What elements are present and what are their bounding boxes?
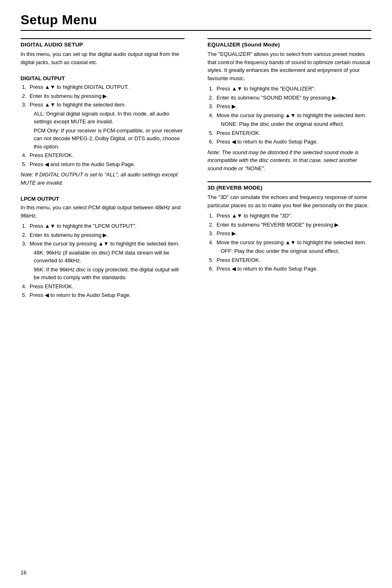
- list-item: Press ENTER/OK.: [215, 256, 371, 264]
- list-item: Press ▲▼ to highlight DIGITAL OUTPUT.: [28, 83, 184, 91]
- 3d-reverb-steps: Press ▲▼ to highlight the "3D". Enter it…: [208, 212, 371, 273]
- list-item: Press ▲▼ to highlight the "LPCM OUTPUT".: [28, 222, 184, 230]
- list-item: Move the cursor by pressing ▲▼ to highli…: [215, 111, 371, 128]
- list-item: Move the cursor by pressing ▲▼ to highli…: [28, 240, 184, 282]
- list-item: Enter its submenu by pressing ▶.: [28, 92, 184, 100]
- list-item: Press ▲▼ to highlight the "3D".: [215, 212, 371, 220]
- list-item: Press ▶.: [215, 229, 371, 238]
- 3d-reverb-indent1: OFF: Play the disc under the original so…: [217, 247, 371, 255]
- main-content: DIGITAL AUDIO SETUP In this menu, you ca…: [21, 38, 371, 308]
- right-column: EQUALIZER (Sound Mode) The "EQUALIZER" a…: [203, 38, 371, 308]
- digital-audio-setup-intro: In this menu, you can set up the digital…: [21, 50, 184, 66]
- equalizer-note: Note: The sound may be distorted if the …: [208, 148, 371, 173]
- 3d-reverb-section: 3D (REVERB MODE) The "3D" can simulate t…: [208, 181, 371, 273]
- 3d-reverb-title: 3D (REVERB MODE): [208, 185, 371, 191]
- equalizer-header: EQUALIZER (Sound Mode): [208, 38, 371, 48]
- list-item: Enter its submenu by pressing ▶.: [28, 231, 184, 239]
- page-number: 16: [21, 569, 26, 576]
- digital-output-indent2: PCM Only: If your receiver is PCM-compat…: [30, 127, 184, 151]
- lpcm-indent1: 48K: 96kHz (if available on disc) PCM da…: [30, 249, 184, 265]
- list-item: Move the cursor by pressing ▲▼ to highli…: [215, 238, 371, 255]
- digital-audio-setup-section: DIGITAL AUDIO SETUP In this menu, you ca…: [21, 38, 184, 66]
- list-item: Enter its submenu "REVERB MODE" by press…: [215, 221, 371, 229]
- page-title: Setup Menu: [21, 12, 371, 28]
- list-item: Press ENTER/OK.: [28, 282, 184, 291]
- 3d-reverb-intro: The "3D" can simulate the echoes and fre…: [208, 193, 371, 209]
- lpcm-output-intro: In this menu, you can select PCM digital…: [21, 204, 184, 220]
- list-item: Press ◀ to return to the Audio Setup Pag…: [215, 138, 371, 146]
- list-item: Press ▲▼ to highlight the selected item.…: [28, 101, 184, 150]
- equalizer-indent1: NONE: Play the disc under the original s…: [217, 120, 371, 128]
- 3d-reverb-header: 3D (REVERB MODE): [208, 181, 371, 191]
- list-item: Press ◀ to return to the Audio Setup Pag…: [215, 265, 371, 273]
- lpcm-output-section: LPCM OUTPUT In this menu, you can select…: [21, 196, 184, 299]
- equalizer-title: EQUALIZER (Sound Mode): [208, 42, 371, 48]
- digital-audio-setup-title: DIGITAL AUDIO SETUP: [21, 42, 184, 48]
- list-item: Press ▲▼ to highlight the "EQUALIZER".: [215, 85, 371, 93]
- equalizer-intro: The "EQUALIZER" allows you to select fro…: [208, 50, 371, 82]
- list-item: Press ◀ to return to the Audio Setup Pag…: [28, 291, 184, 299]
- digital-output-section: DIGITAL OUTPUT Press ▲▼ to highlight DIG…: [21, 75, 184, 187]
- left-column: DIGITAL AUDIO SETUP In this menu, you ca…: [21, 38, 189, 308]
- list-item: Enter its submenu "SOUND MODE" by pressi…: [215, 94, 371, 102]
- lpcm-output-steps: Press ▲▼ to highlight the "LPCM OUTPUT".…: [21, 222, 184, 299]
- lpcm-output-title: LPCM OUTPUT: [21, 196, 184, 202]
- digital-audio-setup-header: DIGITAL AUDIO SETUP: [21, 38, 184, 48]
- list-item: Press ENTER/OK.: [28, 151, 184, 160]
- lpcm-indent2: 96K: If the 96kHz disc is copy protected…: [30, 266, 184, 282]
- digital-output-steps: Press ▲▼ to highlight DIGITAL OUTPUT. En…: [21, 83, 184, 168]
- equalizer-steps: Press ▲▼ to highlight the "EQUALIZER". E…: [208, 85, 371, 146]
- digital-output-indent1: ALL: Original digital signals output. In…: [30, 110, 184, 126]
- list-item: Press ◀ and return to the Audio Setup Pa…: [28, 160, 184, 169]
- list-item: Press ENTER/OK.: [215, 129, 371, 137]
- digital-output-title: DIGITAL OUTPUT: [21, 75, 184, 81]
- digital-output-note: Note: If DIGITAL OUTPUT is set to "ALL",…: [21, 171, 184, 187]
- equalizer-section: EQUALIZER (Sound Mode) The "EQUALIZER" a…: [208, 38, 371, 172]
- list-item: Press ▶.: [215, 102, 371, 111]
- title-divider: [21, 30, 371, 31]
